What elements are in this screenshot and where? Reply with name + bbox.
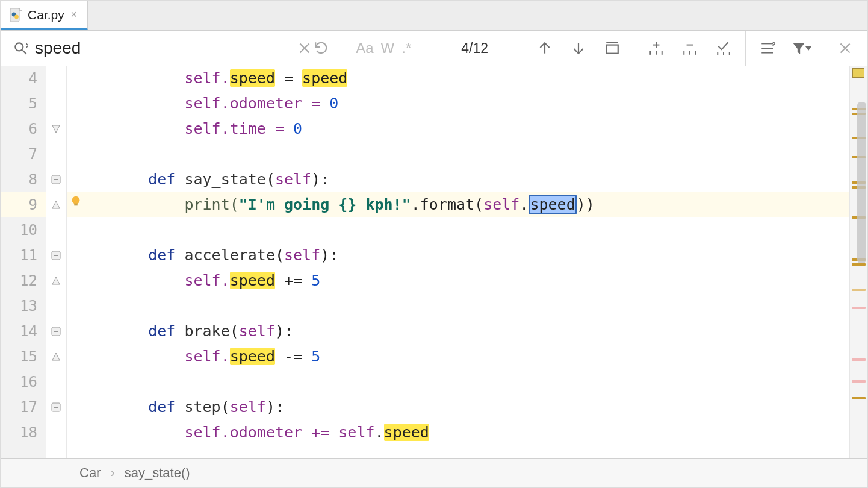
search-match: speed: [302, 69, 347, 87]
select-all-occurrences-icon[interactable]: [601, 37, 623, 59]
token-self: self: [239, 322, 275, 340]
remove-selection-icon[interactable]: [679, 37, 701, 59]
regex-toggle[interactable]: .*: [398, 40, 415, 57]
token: +=: [275, 272, 311, 289]
line-number: 16: [1, 369, 46, 395]
line-number: 5: [1, 91, 46, 116]
token-self: self: [338, 424, 374, 441]
match-case-toggle[interactable]: Aa: [352, 40, 377, 57]
marker-error[interactable]: [852, 380, 866, 383]
code-line[interactable]: def say_state(self):: [85, 167, 849, 192]
fold-toggle-icon[interactable]: [51, 402, 61, 412]
search-input[interactable]: [29, 39, 296, 58]
svg-point-3: [15, 43, 23, 51]
select-all-icon[interactable]: [713, 37, 734, 59]
token: ):: [320, 246, 338, 264]
line-number: 8: [1, 167, 46, 192]
code-line[interactable]: self.odometer = 0: [85, 91, 849, 116]
marker-error[interactable]: [852, 358, 866, 361]
code-line[interactable]: self.odometer += self.speed: [85, 420, 849, 445]
marker-match[interactable]: [852, 397, 866, 399]
token: .: [375, 424, 384, 441]
chevron-right-icon: ›: [110, 465, 114, 481]
code-line-current[interactable]: print("I'm going {} kph!".format(self.sp…: [85, 192, 849, 217]
file-tab-car-py[interactable]: Car.py ×: [1, 1, 88, 30]
token-number: 0: [329, 95, 338, 112]
find-bar: Aa W .* 4/12: [1, 31, 867, 66]
breadcrumb-bar: Car › say_state(): [1, 458, 867, 487]
search-match: speed: [230, 272, 275, 289]
clear-search-icon[interactable]: [296, 40, 313, 57]
code-line[interactable]: [85, 142, 849, 167]
token-keyword: def: [148, 398, 184, 416]
scrollbar-thumb[interactable]: [857, 102, 866, 263]
token-self: self: [275, 170, 311, 188]
code-line[interactable]: def step(self):: [85, 395, 849, 420]
svg-rect-9: [606, 45, 618, 54]
line-number: 14: [1, 319, 46, 344]
search-icon[interactable]: [12, 40, 29, 57]
code-line[interactable]: [85, 293, 849, 319]
token-keyword: def: [148, 322, 184, 340]
inspection-indicator-icon[interactable]: [852, 68, 864, 78]
line-number: 9: [1, 192, 46, 217]
token: self.: [184, 69, 229, 87]
code-line[interactable]: [85, 217, 849, 243]
token-string: "I'm going {} kph!": [239, 196, 411, 213]
breadcrumb-class[interactable]: Car: [79, 465, 101, 481]
code-line[interactable]: def accelerate(self):: [85, 243, 849, 268]
search-match-current: speed: [529, 195, 576, 214]
open-in-find-window-icon[interactable]: [757, 37, 778, 59]
previous-match-icon[interactable]: [534, 37, 556, 59]
line-number: 11: [1, 243, 46, 268]
code-line[interactable]: self.speed = speed: [85, 66, 849, 91]
code-line[interactable]: def brake(self):: [85, 319, 849, 344]
token-number: 0: [293, 120, 302, 137]
search-history-icon[interactable]: [313, 40, 330, 57]
marker-weak[interactable]: [852, 289, 866, 291]
marker-strip[interactable]: [849, 66, 867, 458]
match-word-toggle[interactable]: W: [377, 40, 398, 57]
code-editor[interactable]: 4 5 6 7 8 9 10 11 12 13 14 15 16 17 18: [1, 66, 867, 458]
token-keyword: def: [148, 170, 184, 188]
marker-error[interactable]: [852, 307, 866, 309]
line-number: 13: [1, 293, 46, 319]
search-match: speed: [230, 69, 275, 87]
code-line[interactable]: self.time = 0: [85, 116, 849, 142]
svg-point-2: [14, 14, 19, 19]
marker-match[interactable]: [852, 263, 866, 266]
breadcrumb-function[interactable]: say_state(): [125, 465, 190, 481]
fold-toggle-icon[interactable]: [51, 251, 61, 260]
code-line[interactable]: self.speed -= 5: [85, 344, 849, 369]
fold-handle-icon[interactable]: [51, 352, 61, 361]
search-match: speed: [230, 348, 275, 365]
tab-bar: Car.py ×: [1, 1, 867, 31]
filter-icon[interactable]: [790, 37, 812, 59]
token: self.odometer +=: [184, 424, 338, 441]
token-self: self: [483, 196, 519, 213]
next-match-icon[interactable]: [568, 37, 589, 59]
fold-column: [46, 66, 67, 458]
close-tab-icon[interactable]: ×: [69, 8, 79, 21]
code-line[interactable]: [85, 369, 849, 395]
fold-toggle-icon[interactable]: [51, 327, 61, 336]
code-line[interactable]: self.speed += 5: [85, 268, 849, 293]
fold-toggle-icon[interactable]: [51, 175, 61, 184]
intention-bulb-icon[interactable]: [69, 192, 82, 205]
token: .: [519, 196, 529, 213]
close-findbar-icon[interactable]: [837, 40, 854, 57]
file-tab-label: Car.py: [28, 8, 64, 22]
line-number: 17: [1, 395, 46, 420]
add-selection-icon[interactable]: [645, 37, 667, 59]
token-fn: say_state: [184, 170, 265, 188]
code-area[interactable]: self.speed = speed self.odometer = 0 sel…: [85, 66, 849, 458]
fold-handle-icon[interactable]: [51, 276, 61, 286]
fold-handle-icon[interactable]: [51, 124, 61, 134]
token: self.odometer =: [184, 95, 329, 112]
svg-line-4: [22, 50, 26, 54]
fold-handle-icon[interactable]: [51, 200, 61, 210]
token: self.: [184, 272, 229, 289]
line-number: 6: [1, 116, 46, 142]
token: (: [221, 398, 230, 416]
token: -=: [275, 348, 311, 365]
